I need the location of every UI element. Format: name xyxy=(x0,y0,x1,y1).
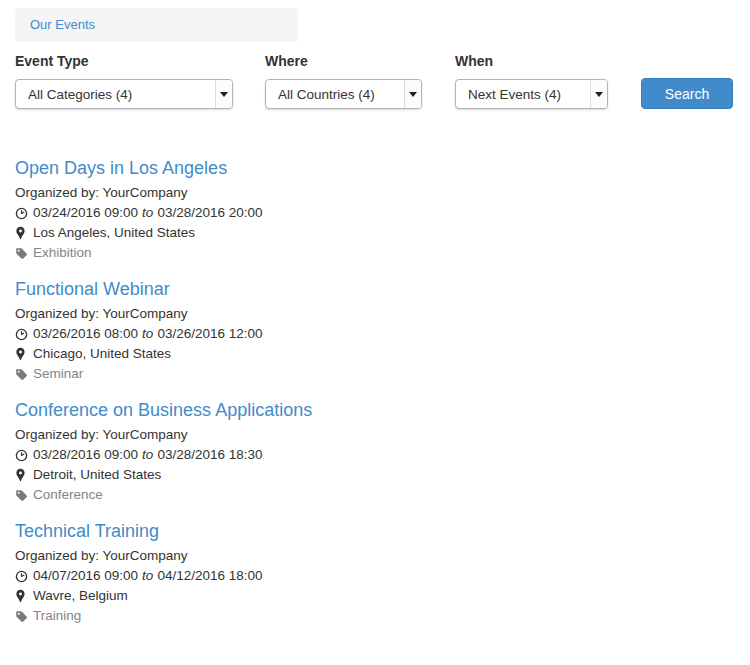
map-marker-icon xyxy=(15,589,30,603)
when-label: When xyxy=(455,51,608,71)
where-select[interactable]: All Countries (4) xyxy=(265,79,422,109)
filter-event-type: Event Type All Categories (4) xyxy=(15,51,233,109)
tag-icon xyxy=(15,247,30,260)
where-label: Where xyxy=(265,51,422,71)
event-date-end: 03/28/2016 20:00 xyxy=(157,203,262,223)
event-type-select[interactable]: All Categories (4) xyxy=(15,79,233,109)
event-organizer: Organized by: YourCompany xyxy=(15,546,735,566)
event-location-text: Los Angeles, United States xyxy=(33,223,195,243)
where-select-wrap: All Countries (4) xyxy=(265,79,422,109)
event-tag-text: Conference xyxy=(33,485,103,505)
breadcrumb: Our Events xyxy=(15,8,298,42)
event-date-separator: to xyxy=(142,566,153,586)
event-location: Los Angeles, United States xyxy=(15,223,735,243)
event-date: 04/07/2016 09:00to04/12/2016 18:00 xyxy=(15,566,735,586)
tag-icon xyxy=(15,610,30,623)
event-title-link[interactable]: Conference on Business Applications xyxy=(15,400,312,420)
event-date-end: 03/28/2016 18:30 xyxy=(157,445,262,465)
event-date-end: 03/26/2016 12:00 xyxy=(157,324,262,344)
search-button[interactable]: Search xyxy=(641,78,733,109)
tag-icon xyxy=(15,489,30,502)
event-date: 03/24/2016 09:00to03/28/2016 20:00 xyxy=(15,203,735,223)
event-title: Open Days in Los Angeles xyxy=(15,157,735,179)
when-select[interactable]: Next Events (4) xyxy=(455,79,608,109)
filter-where: Where All Countries (4) xyxy=(265,51,422,109)
event-type-select-wrap: All Categories (4) xyxy=(15,79,233,109)
event-title-link[interactable]: Open Days in Los Angeles xyxy=(15,158,227,178)
event-location: Chicago, United States xyxy=(15,344,735,364)
event-date-separator: to xyxy=(142,324,153,344)
event-type-label: Event Type xyxy=(15,51,233,71)
event-filters-bar: Event Type All Categories (4) Where All … xyxy=(15,51,735,109)
event-card: Functional Webinar Organized by: YourCom… xyxy=(15,278,735,384)
clock-icon xyxy=(15,328,30,341)
event-title: Conference on Business Applications xyxy=(15,399,735,421)
event-tag-text: Training xyxy=(33,606,81,626)
event-tag: Exhibition xyxy=(15,243,735,263)
event-date-start: 03/26/2016 08:00 xyxy=(33,324,138,344)
filter-when: When Next Events (4) xyxy=(455,51,608,109)
map-marker-icon xyxy=(15,347,30,361)
clock-icon xyxy=(15,207,30,220)
event-tag: Training xyxy=(15,606,735,626)
map-marker-icon xyxy=(15,468,30,482)
event-date-separator: to xyxy=(142,203,153,223)
clock-icon xyxy=(15,570,30,583)
page-container: Our Events Event Type All Categories (4)… xyxy=(0,8,750,626)
event-location-text: Chicago, United States xyxy=(33,344,171,364)
event-organizer: Organized by: YourCompany xyxy=(15,304,735,324)
event-location: Detroit, United States xyxy=(15,465,735,485)
event-title-link[interactable]: Functional Webinar xyxy=(15,279,170,299)
event-tag-text: Seminar xyxy=(33,364,83,384)
event-organizer: Organized by: YourCompany xyxy=(15,425,735,445)
map-marker-icon xyxy=(15,226,30,240)
event-title-link[interactable]: Technical Training xyxy=(15,521,159,541)
clock-icon xyxy=(15,449,30,462)
event-organizer: Organized by: YourCompany xyxy=(15,183,735,203)
event-card: Open Days in Los Angeles Organized by: Y… xyxy=(15,157,735,263)
event-card: Technical Training Organized by: YourCom… xyxy=(15,520,735,626)
event-tag: Seminar xyxy=(15,364,735,384)
when-select-wrap: Next Events (4) xyxy=(455,79,608,109)
tag-icon xyxy=(15,368,30,381)
event-location-text: Wavre, Belgium xyxy=(33,586,128,606)
event-date-end: 04/12/2016 18:00 xyxy=(157,566,262,586)
event-date-start: 04/07/2016 09:00 xyxy=(33,566,138,586)
event-tag: Conference xyxy=(15,485,735,505)
event-date: 03/26/2016 08:00to03/26/2016 12:00 xyxy=(15,324,735,344)
event-card: Conference on Business Applications Orga… xyxy=(15,399,735,505)
event-location: Wavre, Belgium xyxy=(15,586,735,606)
event-title: Functional Webinar xyxy=(15,278,735,300)
event-date: 03/28/2016 09:00to03/28/2016 18:30 xyxy=(15,445,735,465)
event-date-separator: to xyxy=(142,445,153,465)
event-title: Technical Training xyxy=(15,520,735,542)
event-list: Open Days in Los Angeles Organized by: Y… xyxy=(15,157,735,626)
event-location-text: Detroit, United States xyxy=(33,465,161,485)
breadcrumb-our-events-link[interactable]: Our Events xyxy=(30,17,95,32)
event-date-start: 03/28/2016 09:00 xyxy=(33,445,138,465)
event-tag-text: Exhibition xyxy=(33,243,92,263)
event-date-start: 03/24/2016 09:00 xyxy=(33,203,138,223)
